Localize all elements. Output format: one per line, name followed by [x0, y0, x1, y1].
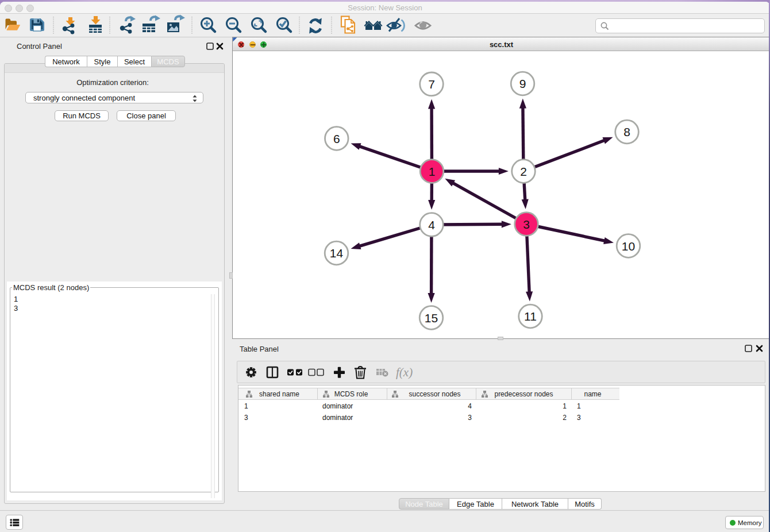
- svg-text:4: 4: [428, 218, 435, 232]
- svg-text:14: 14: [330, 246, 344, 260]
- svg-text:8: 8: [623, 125, 630, 138]
- svg-text:9: 9: [519, 77, 526, 90]
- svg-text:15: 15: [425, 311, 438, 325]
- svg-text:f(x): f(x): [396, 365, 413, 379]
- svg-text:Memory: Memory: [738, 519, 762, 526]
- svg-text:3: 3: [523, 218, 530, 231]
- svg-text:1: 1: [429, 165, 436, 178]
- svg-text:2: 2: [520, 165, 527, 178]
- svg-text:10: 10: [622, 240, 635, 253]
- svg-text:11: 11: [524, 310, 537, 323]
- svg-text:7: 7: [428, 78, 435, 91]
- svg-text:6: 6: [333, 132, 340, 145]
